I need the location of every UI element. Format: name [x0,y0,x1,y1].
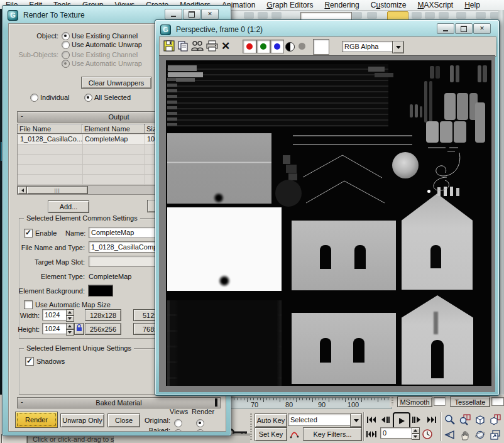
go-to-start-button[interactable] [365,413,378,427]
toolbar-icon[interactable] [352,12,362,19]
column-header-file-name[interactable]: File Name [17,124,85,134]
msmooth-option-box[interactable] [434,397,446,406]
clone-window-button[interactable] [177,40,189,52]
previous-frame-button[interactable] [379,413,392,427]
frame-spinner[interactable] [412,427,420,440]
selection-set-dropdown[interactable]: Selected [288,413,355,426]
maximize-button[interactable] [455,23,473,34]
key-mode-toggle-button[interactable] [365,427,378,441]
add-element-button[interactable]: Add... [48,200,89,213]
minimize-button[interactable] [437,23,454,34]
save-bitmap-button[interactable] [163,40,175,52]
toolbar-icon[interactable] [412,12,422,19]
timeline-ruler[interactable]: 708090100 [214,397,392,409]
menu-customize[interactable]: Customize [365,1,412,9]
size-128-button[interactable]: 128x128 [85,309,121,321]
shadows-checkbox[interactable] [25,357,34,366]
width-spinner[interactable] [66,309,74,322]
print-button[interactable] [206,40,218,52]
clear-unwrappers-button[interactable]: Clear Unwrappers [81,77,151,89]
menu-rendering[interactable]: Rendering [319,1,364,9]
baked-render-radio[interactable] [196,429,204,432]
minimize-button[interactable] [165,9,182,19]
set-key-button[interactable]: Set Key [255,427,287,441]
maximize-button[interactable] [183,9,200,19]
red-channel-button[interactable] [243,40,256,53]
key-filters-button[interactable]: Key Filters... [303,427,362,441]
auto-key-button[interactable]: Auto Key [255,413,287,427]
current-frame-field[interactable]: 0 [380,427,415,439]
toolbar-icon[interactable] [439,12,449,19]
toolbar-icon[interactable] [271,12,282,19]
table-cell: 1_0128_CasillaCo... [19,134,82,143]
render-window-title-bar[interactable]: G Perspective, frame 0 (1:2) [160,23,430,36]
object-option-2-radio[interactable] [62,41,70,49]
toolbar-icon[interactable] [244,12,254,19]
baked-views-radio[interactable] [174,429,182,432]
tessellate-button[interactable]: Tessellate [450,397,490,407]
element-background-label: Element Background: [9,287,85,295]
time-configuration-button[interactable] [420,427,434,441]
set-key-filters-curve-button[interactable] [288,427,302,441]
original-views-radio[interactable] [174,419,182,427]
clear-button[interactable]: ✕ [221,40,230,53]
toolbar-icon[interactable] [367,12,377,19]
baked-material-title: Baked Material [96,399,141,407]
tessellate-option-box[interactable] [491,397,504,406]
enable-checkbox[interactable] [24,229,33,238]
selection-set-dropdown-arrow[interactable] [350,413,362,427]
subobjects-option-1-radio[interactable] [62,51,70,59]
zoom-extents-button[interactable] [473,413,487,427]
channel-display-dropdown[interactable]: RGB Alpha [342,41,397,52]
element-background-swatch[interactable] [88,285,113,297]
next-frame-button[interactable] [410,413,423,427]
toolbar-grip[interactable] [250,413,252,440]
height-spinner[interactable] [66,323,74,336]
size-256-button[interactable]: 256x256 [85,323,121,335]
toolbar-icon[interactable] [425,12,435,19]
subobjects-option-2-label: Use Automatic Unwrap [72,60,142,67]
baked-material-rollout-header[interactable]: - Baked Material [17,397,221,408]
scroll-thumb[interactable]: ||| [26,186,88,194]
unwrap-only-button[interactable]: Unwrap Only [60,413,104,427]
orbit-button[interactable] [473,428,487,442]
mode-all-selected-radio[interactable] [84,94,92,102]
subobjects-option-2-radio[interactable] [62,60,70,68]
zoom-all-button[interactable] [458,413,472,427]
lock-aspect-button[interactable] [74,323,84,335]
menu-help[interactable]: Help [459,1,486,9]
mode-all-selected-label: All Selected [94,94,131,101]
green-channel-button[interactable] [256,40,270,53]
pan-button[interactable] [458,428,472,442]
alpha-channel-button[interactable] [299,43,305,50]
auto-map-size-checkbox[interactable] [24,300,33,309]
blue-channel-button[interactable] [270,40,284,53]
rendered-texture-canvas[interactable] [166,60,491,386]
menu-maxscript[interactable]: MAXScript [412,1,459,9]
close-button[interactable]: ✕ [201,9,219,19]
toolbar-icon[interactable] [456,12,466,19]
render-button[interactable]: Render [15,412,58,428]
column-header-element-name[interactable]: Element Name [82,124,148,134]
maximize-viewport-toggle-button[interactable] [488,428,502,442]
toolbar-icon[interactable] [258,12,268,19]
monochrome-button[interactable] [285,42,295,52]
mode-individual-radio[interactable] [30,94,38,102]
close-button[interactable]: ✕ [473,23,491,34]
go-to-end-button[interactable] [425,413,438,427]
field-of-view-button[interactable] [443,428,457,442]
baked-label: Baked: [120,427,170,432]
object-option-1-radio[interactable] [62,32,70,40]
channel-dropdown-arrow[interactable] [392,41,404,53]
zoom-button[interactable] [443,413,457,427]
msmooth-button[interactable]: MSmooth [397,397,432,407]
toolbar-grip[interactable] [392,397,393,405]
printer-icon [206,40,218,52]
zoom-extents-all-button[interactable] [488,413,502,427]
menu-graph-editors[interactable]: Graph Editors [261,1,319,9]
toolbar-icon[interactable] [476,12,486,19]
channels-button[interactable] [191,40,204,52]
clear-color-swatch[interactable] [313,39,329,55]
scroll-left-arrow[interactable] [18,186,27,194]
original-render-radio[interactable] [196,419,204,427]
